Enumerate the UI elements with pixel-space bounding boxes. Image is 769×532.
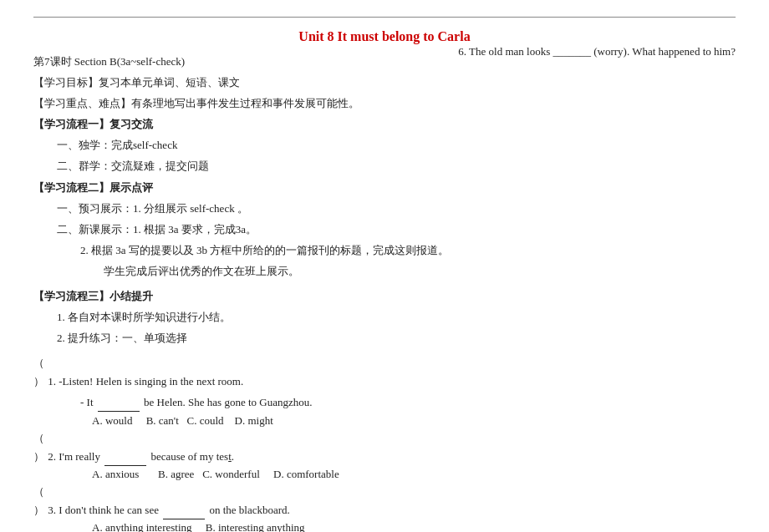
- ex3-paren: （ ）: [33, 483, 45, 519]
- exercise-item-2: （ ） 2. I'm really because of my test.: [33, 429, 736, 466]
- objective-2: 【学习重点、难点】有条理地写出事件发生过程和事件发展可能性。: [33, 94, 736, 113]
- ex1-text: 1. -Listen! Helen is singing in the next…: [48, 375, 243, 388]
- flow2-item-3: 2. 根据 3a 写的提要以及 3b 方框中所给的的一篇报刊的标题，完成这则报道…: [33, 241, 736, 260]
- flow2-item-1: 一、预习展示：1. 分组展示 self-check 。: [33, 200, 736, 218]
- flow3-item-2: 2. 提升练习：一、单项选择: [33, 329, 736, 347]
- objective-1: 【学习目标】复习本单元单词、短语、课文: [33, 73, 736, 92]
- ex2-choices: A. anxious B. agree C. wonderful D. comf…: [33, 468, 736, 481]
- ex2-paren: （ ）: [33, 429, 45, 466]
- unit-label: Unit 8 It must belong to Carla: [298, 29, 470, 43]
- ex3-choices-1: A. anything interesting B. interesting a…: [33, 521, 736, 532]
- flow1-item-2: 二、群学：交流疑难，提交问题: [33, 157, 736, 175]
- right-col-exercise: 6. The old man looks _______ (worry). Wh…: [458, 45, 736, 58]
- ex1-choices: A. would B. can't C. could D. might: [33, 414, 736, 428]
- exercise-item-1: （ ） 1. -Listen! Helen is singing in the …: [33, 354, 736, 391]
- flow1-item-1: 一、独学：完成self-check: [33, 136, 736, 155]
- flow2-header: 【学习流程二】展示点评: [33, 179, 736, 197]
- ex1-blank: [98, 411, 140, 412]
- ex2-text: 2. I'm really because of my test.: [48, 450, 234, 463]
- top-border: [33, 17, 736, 18]
- flow3-header: 【学习流程三】小结提升: [33, 287, 736, 306]
- ex1-sub: - It be Helen. She has gone to Guangzhou…: [33, 393, 736, 412]
- flow1-header: 【学习流程一】复习交流: [33, 115, 736, 134]
- exercises-block: （ ） 1. -Listen! Helen is singing in the …: [33, 354, 736, 532]
- ex1-paren: （ ）: [33, 354, 45, 391]
- ex3-text: 3. I don't think he can see on the black…: [48, 504, 290, 516]
- flow3-item-1: 1. 各自对本课时所学知识进行小结。: [33, 308, 736, 327]
- page-title: Unit 8 It must belong to Carla: [33, 29, 736, 44]
- exercise-item-3: （ ） 3. I don't think he can see on the b…: [33, 483, 736, 519]
- flow2-item-2: 二、新课展示：1. 根据 3a 要求，完成3a。: [33, 220, 736, 239]
- flow2-item-4: 学生完成后评出优秀的作文在班上展示。: [33, 262, 736, 281]
